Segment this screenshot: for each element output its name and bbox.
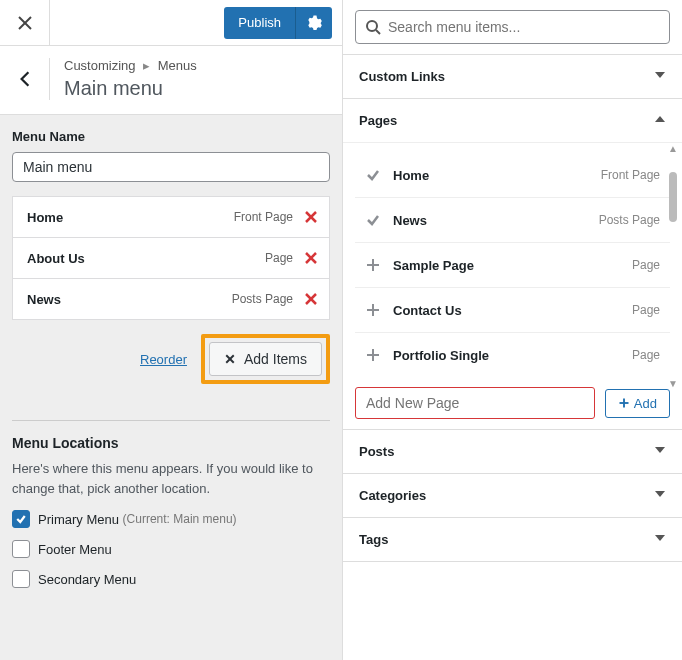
remove-icon[interactable] [303, 250, 319, 266]
page-item-label: Contact Us [393, 303, 632, 318]
chevron-left-icon [16, 70, 34, 88]
chevron-down-icon [654, 69, 666, 84]
close-icon [224, 353, 236, 365]
customizer-left-panel: Publish Customizing ▸ Menus Main menu Me… [0, 0, 342, 660]
svg-marker-23 [655, 491, 665, 497]
check-icon [365, 212, 381, 228]
plus-icon [365, 347, 381, 363]
menu-item-type: Page [265, 251, 293, 265]
svg-point-10 [367, 21, 377, 31]
add-items-highlight: Add Items [201, 334, 330, 384]
page-item-type: Page [632, 258, 660, 272]
publish-settings-button[interactable] [295, 7, 332, 39]
accordion-tags[interactable]: Tags [343, 518, 682, 561]
menu-locations-section: Menu Locations Here's where this menu ap… [0, 421, 342, 614]
menu-items-list: Home Front Page About Us Page News Posts… [12, 196, 330, 320]
back-button[interactable] [0, 58, 50, 100]
svg-marker-12 [655, 72, 665, 78]
menu-item[interactable]: News Posts Page [12, 278, 330, 320]
breadcrumb: Customizing ▸ Menus [64, 58, 197, 73]
page-item[interactable]: Portfolio Single Page [355, 333, 670, 377]
scroll-up-icon[interactable]: ▲ [668, 143, 678, 154]
scrollbar[interactable]: ▲ ▼ [666, 143, 680, 389]
publish-button[interactable]: Publish [224, 7, 295, 39]
search-menu-items-input[interactable] [355, 10, 670, 44]
plus-icon [365, 302, 381, 318]
menu-item[interactable]: About Us Page [12, 237, 330, 278]
page-item-type: Posts Page [599, 213, 660, 227]
add-new-page-input[interactable] [355, 387, 595, 419]
chevron-down-icon [654, 488, 666, 503]
menu-item-type: Posts Page [232, 292, 293, 306]
check-icon [365, 167, 381, 183]
add-items-button[interactable]: Add Items [209, 342, 322, 376]
svg-marker-13 [655, 116, 665, 122]
chevron-down-icon [654, 532, 666, 547]
scroll-down-icon[interactable]: ▼ [668, 378, 678, 389]
panel-title: Main menu [64, 77, 197, 100]
location-label: Footer Menu [38, 542, 112, 557]
checkbox[interactable] [12, 540, 30, 558]
checkbox[interactable] [12, 570, 30, 588]
top-bar: Publish [0, 0, 342, 46]
svg-line-11 [376, 30, 380, 34]
accordion-categories[interactable]: Categories [343, 474, 682, 517]
page-item[interactable]: Sample Page Page [355, 243, 670, 288]
svg-marker-22 [655, 447, 665, 453]
location-label: Secondary Menu [38, 572, 136, 587]
plus-icon [365, 257, 381, 273]
menu-item-label: About Us [27, 251, 265, 266]
remove-icon[interactable] [303, 209, 319, 225]
close-icon [17, 15, 33, 31]
search-icon [365, 19, 381, 35]
add-page-button[interactable]: Add [605, 389, 670, 418]
location-row[interactable]: Secondary Menu [12, 570, 330, 588]
chevron-down-icon [654, 444, 666, 459]
menu-name-label: Menu Name [12, 129, 330, 144]
page-item-type: Page [632, 303, 660, 317]
remove-icon[interactable] [303, 291, 319, 307]
page-item-type: Front Page [601, 168, 660, 182]
location-row[interactable]: Footer Menu [12, 540, 330, 558]
accordion-posts[interactable]: Posts [343, 430, 682, 473]
plus-icon [618, 397, 630, 409]
page-item-label: News [393, 213, 599, 228]
page-item[interactable]: Home Front Page [355, 153, 670, 198]
accordion-custom-links[interactable]: Custom Links [343, 55, 682, 98]
menu-name-input[interactable] [12, 152, 330, 182]
page-item-label: Portfolio Single [393, 348, 632, 363]
location-row[interactable]: Primary Menu (Current: Main menu) [12, 510, 330, 528]
menu-item-label: Home [27, 210, 234, 225]
locations-description: Here's where this menu appears. If you w… [12, 459, 330, 498]
menu-item-type: Front Page [234, 210, 293, 224]
locations-heading: Menu Locations [12, 435, 330, 451]
accordion-pages[interactable]: Pages [343, 99, 682, 142]
gear-icon [306, 15, 322, 31]
page-item-label: Home [393, 168, 601, 183]
menu-item[interactable]: Home Front Page [12, 196, 330, 237]
chevron-up-icon [654, 113, 666, 128]
menu-item-label: News [27, 292, 232, 307]
location-label: Primary Menu [38, 512, 119, 527]
scroll-thumb[interactable] [669, 172, 677, 222]
reorder-link[interactable]: Reorder [140, 352, 187, 367]
available-items-panel: Custom Links Pages ▲ ▼ Home Front Page [342, 0, 682, 660]
location-current: (Current: Main menu) [123, 512, 237, 526]
page-item-label: Sample Page [393, 258, 632, 273]
page-item[interactable]: News Posts Page [355, 198, 670, 243]
close-customizer-button[interactable] [0, 0, 50, 46]
page-item-type: Page [632, 348, 660, 362]
page-item[interactable]: Contact Us Page [355, 288, 670, 333]
breadcrumb-row: Customizing ▸ Menus Main menu [0, 46, 342, 115]
checkbox[interactable] [12, 510, 30, 528]
svg-marker-24 [655, 535, 665, 541]
